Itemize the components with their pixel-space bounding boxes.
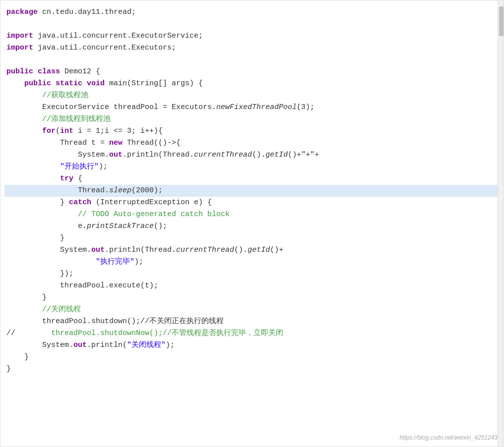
code-block: package cn.tedu.day11.thread; import jav…	[4, 6, 500, 375]
code-line: System.out.println("关闭线程");	[4, 339, 500, 351]
code-token: //	[6, 329, 15, 337]
code-token: ()+	[270, 246, 283, 254]
code-token: out	[73, 341, 87, 349]
code-token: threadPool.execute(t);	[6, 281, 158, 290]
code-token	[82, 79, 87, 88]
code-token: (	[56, 127, 60, 135]
code-token: public	[6, 67, 33, 76]
code-token: class	[38, 67, 60, 76]
code-token: ();	[154, 222, 167, 230]
code-line: import java.util.concurrent.ExecutorServ…	[4, 30, 500, 42]
code-line: for(int i = 1;i <= 3; i++){	[4, 125, 500, 137]
code-token: int	[60, 127, 73, 135]
code-line: }	[4, 363, 500, 375]
code-line: package cn.tedu.day11.thread;	[4, 6, 500, 18]
code-token: .println(Thread.	[123, 151, 194, 159]
code-token: (InterruptedException e) {	[91, 198, 212, 207]
code-token: sleep	[109, 186, 131, 195]
code-token: currentThread	[194, 151, 252, 159]
code-token: import	[6, 32, 33, 40]
scrollbar[interactable]	[498, 0, 504, 447]
code-line: System.out.println(Thread.currentThread(…	[4, 244, 500, 256]
code-token: Thread.	[6, 186, 109, 195]
code-token: threadPool.shutdown();//不关闭正在执行的线程	[6, 317, 224, 326]
code-line: public static void main(String[] args) {	[4, 78, 500, 90]
code-token	[6, 258, 96, 266]
code-line: });	[4, 268, 500, 280]
code-line: //获取线程池	[4, 90, 500, 102]
code-token	[6, 79, 24, 88]
code-token	[51, 79, 56, 88]
code-token: for	[42, 127, 56, 135]
code-line: }	[4, 351, 500, 363]
watermark: https://blog.csdn.net/weixin_4251243	[400, 433, 498, 443]
code-token: java.util.concurrent.ExecutorService;	[33, 32, 203, 40]
code-token: new	[109, 139, 123, 147]
code-token: java.util.concurrent.Executors;	[33, 44, 176, 52]
code-line: import java.util.concurrent.Executors;	[4, 42, 500, 54]
code-token	[6, 163, 60, 171]
code-token: );	[99, 163, 108, 171]
code-token: }	[6, 353, 29, 361]
code-token: printStackTrace	[87, 222, 154, 230]
code-line: System.out.println(Thread.currentThread(…	[4, 149, 500, 161]
code-token: "关闭线程"	[127, 341, 166, 349]
code-token: Thread t =	[6, 139, 109, 147]
code-line: public class Demo12 {	[4, 66, 500, 78]
code-token: currentThread	[176, 246, 234, 254]
code-token: System.	[6, 151, 109, 159]
code-token: static	[56, 79, 82, 88]
code-token: cn.tedu.day11.thread;	[38, 8, 136, 16]
code-line: // threadPool.shutdownNow();//不管线程是否执行完毕…	[4, 328, 500, 339]
code-token: getId	[248, 246, 270, 254]
code-token: import	[6, 44, 33, 52]
code-token: ExecutorService threadPool = Executors.	[6, 103, 216, 112]
code-token: e.	[6, 222, 87, 230]
code-token: ().	[234, 246, 248, 254]
code-line: try {	[4, 173, 500, 185]
code-line: //添加线程到线程池	[4, 113, 500, 125]
code-line: "开始执行");	[4, 161, 500, 173]
code-token: .println(	[87, 341, 127, 349]
code-token: void	[87, 79, 105, 88]
code-token: i = 1;i <= 3; i++){	[73, 127, 163, 135]
code-line	[4, 18, 500, 30]
code-line: ExecutorService threadPool = Executors.n…	[4, 102, 500, 113]
code-token: }	[6, 234, 64, 242]
code-token: (2000);	[131, 186, 163, 195]
scrollbar-thumb[interactable]	[499, 6, 504, 36]
code-token: "开始执行"	[60, 163, 99, 171]
code-line: }	[4, 232, 500, 244]
code-token: out	[91, 246, 105, 254]
code-token: Demo12 {	[60, 67, 100, 76]
code-token: main(String[] args) {	[105, 79, 203, 88]
code-token: }	[6, 198, 69, 207]
code-token: "执行完毕"	[96, 258, 134, 266]
code-token	[6, 127, 42, 135]
code-token: threadPool.shutdownNow();//不管线程是否执行完毕，立即…	[15, 329, 283, 337]
code-line: e.printStackTrace();	[4, 221, 500, 232]
code-token: out	[109, 151, 123, 159]
code-line: "执行完毕");	[4, 256, 500, 268]
code-token: //关闭线程	[6, 305, 81, 314]
code-token: System.	[6, 246, 91, 254]
code-token: });	[6, 270, 73, 278]
code-line: threadPool.execute(t);	[4, 280, 500, 292]
code-token: );	[166, 341, 175, 349]
code-token: //添加线程到线程池	[6, 115, 111, 123]
code-token	[6, 210, 78, 219]
code-line: Thread.sleep(2000);	[4, 185, 500, 197]
code-token: try	[60, 174, 73, 183]
code-token: }	[6, 293, 47, 302]
code-token: System.	[6, 341, 73, 349]
code-line	[4, 54, 500, 66]
code-token	[33, 67, 38, 76]
code-token	[6, 174, 60, 183]
code-token: newFixedThreadPool	[216, 103, 297, 112]
code-token: catch	[69, 198, 91, 207]
code-token: // TODO Auto-generated catch block	[78, 210, 230, 219]
code-token: public	[24, 79, 51, 88]
code-token: );	[134, 258, 143, 266]
code-line: Thread t = new Thread(()->{	[4, 137, 500, 149]
code-token: (3);	[297, 103, 315, 112]
